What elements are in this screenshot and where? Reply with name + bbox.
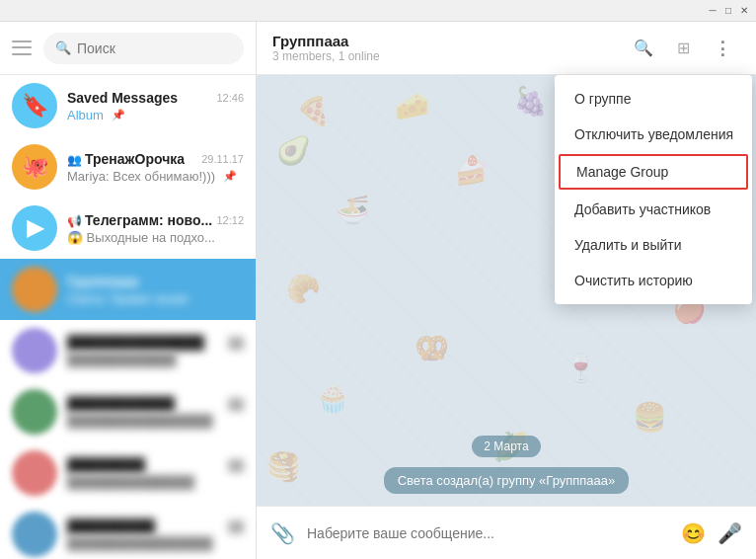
maximize-button[interactable]: □	[720, 3, 736, 19]
avatar-blur5	[12, 512, 57, 557]
chat-item-blur5[interactable]: █████████ ██ ████████████████	[0, 504, 256, 559]
preview-accent-saved: Album	[67, 108, 104, 122]
pin-icon-trenahz: 📌	[223, 170, 237, 183]
sidebar-header: 🔍	[0, 22, 256, 75]
avatar-blur2	[12, 328, 57, 373]
chat-item-blur3[interactable]: ███████████ ██ ████████████████	[0, 381, 256, 442]
chat-item-saved[interactable]: 🔖 Saved Messages 12:46 Album 📌	[0, 75, 256, 136]
chat-name-saved: Saved Messages	[67, 90, 178, 106]
attach-button[interactable]: 📎	[270, 521, 295, 545]
chat-name-blur4: ████████	[67, 457, 145, 473]
chat-preview-saved: Album 📌	[67, 108, 244, 122]
context-menu: О группе Отключить уведомления Manage Gr…	[555, 75, 752, 304]
chat-time-blur3: ██	[228, 398, 244, 410]
sidebar: 🔍 🔖 Saved Messages 12:46 Album 📌	[0, 22, 257, 559]
chat-name-blur5: █████████	[67, 519, 155, 534]
window-chrome: ─ □ ✕	[0, 0, 756, 22]
search-box[interactable]: 🔍	[43, 33, 244, 64]
chat-content-trenahz: 👥ТренажОрочка 29.11.17 Mariya: Всех обни…	[67, 151, 244, 184]
chat-item-trenahz[interactable]: 🐙 👥ТренажОрочка 29.11.17 Mariya: Всех об…	[0, 136, 256, 198]
menu-item-manage[interactable]: Manage Group	[559, 154, 748, 190]
menu-item-about[interactable]: О группе	[555, 81, 752, 117]
chat-preview-blur2: ████████████	[67, 353, 244, 367]
chat-main-title: Групппааа	[272, 33, 626, 49]
emoji-button[interactable]: 😊	[681, 521, 706, 545]
chat-time-telegram: 12:12	[216, 214, 244, 226]
chat-preview-active: Света: Привет всем!	[67, 291, 244, 306]
chat-title-area: Групппааа 3 members, 1 online	[272, 33, 626, 63]
app-container: 🔍 🔖 Saved Messages 12:46 Album 📌	[0, 22, 756, 559]
chat-preview-blur4: ██████████████	[67, 475, 244, 490]
avatar-saved: 🔖	[12, 83, 57, 128]
menu-item-leave[interactable]: Удалить и выйти	[555, 227, 752, 263]
chat-preview-trenahz: Mariya: Всех обнимаю!))) 📌	[67, 169, 244, 184]
search-header-icon: 🔍	[634, 39, 653, 57]
menu-item-add[interactable]: Добавить участников	[555, 192, 752, 227]
header-actions: 🔍 ⊞ ⋮	[626, 31, 740, 66]
chat-content-active: Групппааа Света: Привет всем!	[67, 274, 244, 306]
chat-header: Групппааа 3 members, 1 online 🔍 ⊞ ⋮	[257, 22, 756, 75]
main-area: Групппааа 3 members, 1 online 🔍 ⊞ ⋮ 🍕 🧀 …	[257, 22, 756, 559]
chat-item-blur2[interactable]: ██████████████ ██ ████████████	[0, 320, 256, 381]
hamburger-menu-button[interactable]	[12, 39, 32, 58]
chat-content-blur3: ███████████ ██ ████████████████	[67, 396, 244, 429]
menu-item-clear[interactable]: Очистить историю	[555, 263, 752, 298]
avatar-trenahz: 🐙	[12, 144, 57, 190]
chat-content-blur4: ████████ ██ ██████████████	[67, 457, 244, 490]
menu-item-mute[interactable]: Отключить уведомления	[555, 117, 752, 152]
search-input[interactable]	[77, 40, 232, 56]
chat-item-telegram[interactable]: ▶ 📢Телеграмм: ново... 12:12 😱 Выходные н…	[0, 198, 256, 259]
chat-time-blur5: ██	[228, 520, 244, 532]
chat-item-blur4[interactable]: ████████ ██ ██████████████	[0, 442, 256, 504]
chat-time-blur4: ██	[228, 459, 244, 471]
chat-name-trenahz: 👥ТренажОрочка	[67, 151, 185, 167]
close-button[interactable]: ✕	[736, 3, 752, 19]
chat-time-saved: 12:46	[216, 92, 244, 104]
chat-content-saved: Saved Messages 12:46 Album 📌	[67, 90, 244, 122]
chat-time-trenahz: 29.11.17	[201, 153, 244, 165]
search-icon: 🔍	[55, 40, 71, 55]
more-icon: ⋮	[714, 38, 731, 59]
chat-content-blur2: ██████████████ ██ ████████████	[67, 335, 244, 367]
chat-list: 🔖 Saved Messages 12:46 Album 📌 🐙	[0, 75, 256, 559]
mic-button[interactable]: 🎤	[718, 521, 742, 545]
chat-subtitle: 3 members, 1 online	[272, 49, 626, 63]
chat-item-active[interactable]: Групппааа Света: Привет всем!	[0, 259, 256, 320]
chat-time-blur2: ██	[228, 337, 244, 349]
avatar-blur3	[12, 389, 57, 435]
more-button[interactable]: ⋮	[705, 31, 740, 66]
date-badge: 2 Марта	[472, 436, 540, 457]
columns-button[interactable]: ⊞	[665, 31, 701, 66]
chat-name-blur2: ██████████████	[67, 335, 204, 351]
chat-name-active: Групппааа	[67, 274, 138, 289]
columns-icon: ⊞	[677, 39, 690, 57]
avatar-telegram: ▶	[12, 205, 57, 251]
chat-name-blur3: ███████████	[67, 396, 175, 412]
search-button[interactable]: 🔍	[626, 31, 661, 66]
message-input[interactable]	[307, 525, 669, 541]
pin-icon-saved: 📌	[112, 109, 125, 121]
system-message: Света создал(а) группу «Групппааа»	[384, 467, 630, 494]
minimize-button[interactable]: ─	[705, 3, 720, 19]
chat-content-blur5: █████████ ██ ████████████████	[67, 519, 244, 551]
chat-content-telegram: 📢Телеграмм: ново... 12:12 😱 Выходные на …	[67, 212, 244, 245]
chat-preview-blur3: ████████████████	[67, 414, 244, 429]
chat-name-telegram: 📢Телеграмм: ново...	[67, 212, 212, 228]
chat-preview-telegram: 😱 Выходные на подхо...	[67, 230, 244, 245]
input-bar: 📎 😊 🎤	[257, 506, 756, 559]
avatar-blur4	[12, 450, 57, 496]
chat-preview-blur5: ████████████████	[67, 536, 244, 551]
avatar-active	[12, 267, 57, 312]
